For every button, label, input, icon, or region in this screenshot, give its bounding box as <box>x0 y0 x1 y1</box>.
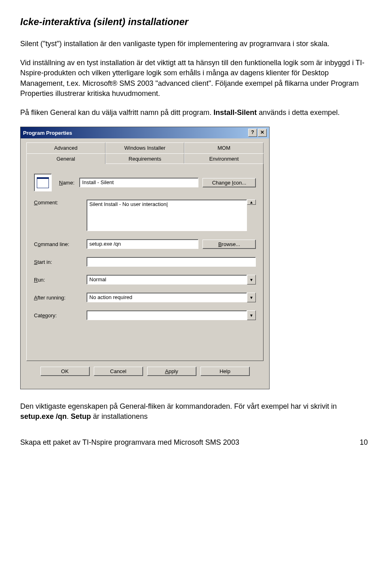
page-number: 10 <box>360 438 368 447</box>
p4-part-c: . <box>67 412 71 420</box>
p3-part-c: används i detta exempel. <box>257 108 340 117</box>
browse-button[interactable]: Browse... <box>202 240 256 249</box>
close-icon[interactable]: ✕ <box>258 129 267 137</box>
p3-part-b: Install-Silent <box>213 108 257 117</box>
comment-field[interactable]: Silent Install - No user interaction <box>86 200 247 231</box>
chevron-down-icon[interactable]: ▼ <box>247 310 256 320</box>
help-icon[interactable]: ? <box>248 129 257 137</box>
page-footer: Skapa ett paket av TI-Nspire programvara… <box>20 438 368 447</box>
scroll-up-icon[interactable]: ▲ <box>247 200 256 205</box>
dialog-title: Program Properties <box>23 130 72 136</box>
name-label: Name: <box>59 180 74 186</box>
tab-row-back: Advanced Windows Installer MOM <box>26 142 264 153</box>
tab-mom[interactable]: MOM <box>184 142 264 153</box>
program-properties-dialog: Program Properties ? ✕ Advanced Windows … <box>20 127 270 389</box>
chevron-down-icon[interactable]: ▼ <box>247 293 256 302</box>
footer-title: Skapa ett paket av TI-Nspire programvara… <box>20 438 239 447</box>
paragraph-3: På fliken General kan du välja valfritt … <box>20 108 368 118</box>
window-icon <box>37 177 49 188</box>
category-select[interactable] <box>86 310 247 320</box>
ok-button[interactable]: OK <box>40 367 90 376</box>
paragraph-2: Vid inställning av en tyst installation … <box>20 58 368 99</box>
paragraph-4: Den viktigaste egenskapen på General-fli… <box>20 401 368 422</box>
apply-button[interactable]: Apply <box>147 367 196 376</box>
tab-advanced[interactable]: Advanced <box>26 142 105 153</box>
after-label: After running: <box>34 295 86 301</box>
after-select[interactable]: No action required <box>86 293 247 302</box>
program-icon <box>34 174 52 191</box>
p4-part-d: Setup <box>71 412 91 420</box>
startin-field[interactable] <box>86 257 256 267</box>
tab-environment[interactable]: Environment <box>184 153 264 164</box>
cancel-button[interactable]: Cancel <box>94 367 143 376</box>
dialog-titlebar: Program Properties ? ✕ <box>21 127 269 138</box>
p4-part-a: Den viktigaste egenskapen på General-fli… <box>20 402 337 410</box>
cmdline-field[interactable]: setup.exe /qn <box>86 239 198 249</box>
tab-windows-installer[interactable]: Windows Installer <box>105 142 185 153</box>
comment-label: Comment: <box>34 200 86 206</box>
help-button[interactable]: Help <box>200 367 250 376</box>
startin-label: Start in: <box>34 259 86 265</box>
p3-part-a: På fliken General kan du välja valfritt … <box>20 108 213 117</box>
run-select[interactable]: Normal <box>86 275 247 284</box>
tab-general[interactable]: General <box>26 153 105 164</box>
tab-requirements[interactable]: Requirements <box>105 153 185 164</box>
change-icon-button[interactable]: Change Icon... <box>202 178 256 187</box>
p4-part-e: är installationens <box>91 412 148 420</box>
tab-panel-general: Name: Install - Silent Change Icon... Co… <box>26 163 264 361</box>
p4-part-b: setup.exe /qn <box>20 412 67 420</box>
dialog-screenshot: Program Properties ? ✕ Advanced Windows … <box>20 127 368 389</box>
section-heading: Icke-interaktiva (silent) installationer <box>20 16 368 28</box>
cmdline-label: Command line: <box>34 241 86 247</box>
category-label: Category: <box>34 312 86 318</box>
paragraph-1: Silent ("tyst") installation är den vanl… <box>20 39 368 49</box>
chevron-down-icon[interactable]: ▼ <box>247 275 256 284</box>
run-label: Run: <box>34 277 86 283</box>
tab-row-front: General Requirements Environment <box>26 153 264 164</box>
name-field[interactable]: Install - Silent <box>79 178 198 187</box>
